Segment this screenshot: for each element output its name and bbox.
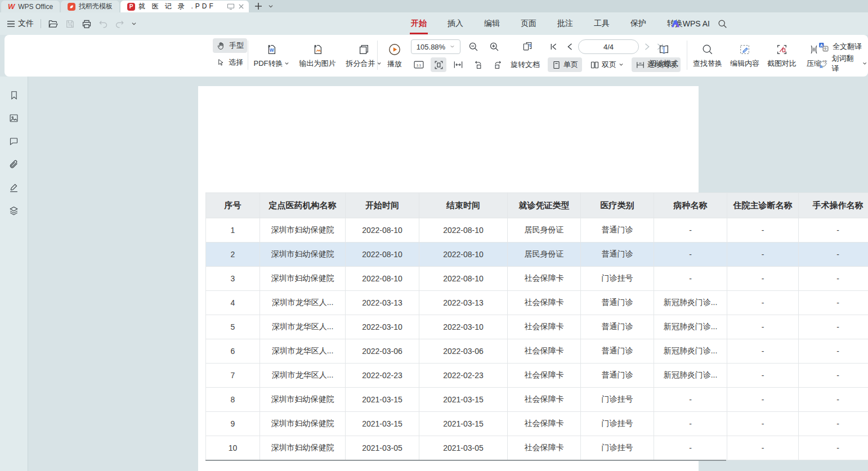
- zoom-level-select[interactable]: 105.88%: [411, 39, 460, 54]
- table-cell: 门诊挂号: [581, 412, 654, 436]
- menu-page[interactable]: 页面: [520, 17, 538, 30]
- attachments-panel-button[interactable]: [8, 158, 20, 171]
- save-button[interactable]: [65, 19, 75, 29]
- new-tab-button[interactable]: [254, 2, 262, 10]
- rotate-document-button[interactable]: 旋转文档: [509, 57, 544, 72]
- thumbnails-panel-button[interactable]: [8, 112, 20, 124]
- file-menu-button[interactable]: 文件: [7, 19, 34, 29]
- column-header: 医疗类别: [581, 193, 654, 218]
- column-header: 手术操作名称: [799, 193, 868, 218]
- toolbar-panel: 手型 选择 W PDF转换: [5, 35, 868, 77]
- table-cell: 深圳市妇幼保健院: [260, 436, 346, 460]
- svg-text:文: 文: [824, 46, 827, 50]
- full-text-translate-button[interactable]: A 文 全文翻译: [817, 39, 868, 54]
- export-image-icon: [311, 43, 324, 56]
- signature-panel-button[interactable]: [8, 181, 20, 194]
- bookmarks-panel-button[interactable]: [8, 89, 20, 101]
- open-file-button[interactable]: [48, 19, 59, 29]
- table-cell: -: [654, 267, 727, 291]
- table-cell: -: [727, 364, 799, 388]
- first-page-button[interactable]: [549, 43, 558, 51]
- table-cell: -: [799, 243, 868, 267]
- file-menu-label: 文件: [18, 19, 34, 29]
- redo-button[interactable]: [115, 20, 124, 28]
- single-page-label: 单页: [563, 60, 578, 70]
- menu-insert[interactable]: 插入: [446, 17, 464, 30]
- export-as-image-button[interactable]: 输出为图片: [296, 38, 339, 73]
- find-replace-button[interactable]: 查找替换: [690, 38, 725, 73]
- double-page-button[interactable]: 双页: [586, 57, 628, 72]
- zoom-out-button[interactable]: [466, 39, 481, 54]
- page-indicator-input[interactable]: 4/4: [578, 39, 639, 54]
- tab-label: 找稻壳模板: [79, 2, 113, 11]
- split-merge-icon: [357, 43, 370, 56]
- single-page-icon: [552, 60, 561, 70]
- table-cell: 2021-03-15: [346, 388, 419, 412]
- tab-docer-templates[interactable]: 找稻壳模板: [61, 1, 119, 12]
- docer-icon: [68, 3, 75, 11]
- menu-tools[interactable]: 工具: [593, 17, 611, 30]
- table-cell: 7: [206, 364, 260, 388]
- pdf-convert-button[interactable]: W PDF转换: [251, 38, 292, 73]
- rotate-right-button[interactable]: [490, 57, 505, 72]
- comments-panel-button[interactable]: [8, 135, 20, 147]
- edit-content-button[interactable]: 编辑内容: [727, 38, 762, 73]
- menu-protect[interactable]: 保护: [629, 17, 647, 30]
- previous-page-button[interactable]: [566, 43, 573, 51]
- menu-home[interactable]: 开始: [410, 17, 428, 30]
- paperclip-icon: [8, 159, 19, 170]
- workspace: 序号定点医药机构名称开始时间结束时间就诊凭证类型医疗类别病种名称住院主诊断名称手…: [0, 77, 868, 471]
- fit-page-button[interactable]: [431, 57, 446, 72]
- svg-text:文: 文: [824, 59, 827, 63]
- table-row: 9深圳市妇幼保健院2021-03-152021-03-15社会保障卡门诊挂号--…: [206, 412, 868, 436]
- chevron-down-icon: [284, 62, 289, 65]
- single-page-button[interactable]: 单页: [548, 57, 582, 72]
- present-monitor-icon[interactable]: [227, 3, 235, 10]
- play-icon: [388, 43, 401, 56]
- table-cell: -: [799, 291, 868, 315]
- close-tab-icon[interactable]: [238, 3, 244, 10]
- table-cell: 2022-03-10: [346, 315, 419, 339]
- zoom-in-button[interactable]: [486, 39, 502, 54]
- split-merge-label: 拆分合并: [346, 59, 375, 69]
- quick-access-chevron-icon[interactable]: [131, 22, 137, 26]
- select-tool-button[interactable]: 选择: [213, 55, 247, 70]
- menu-comment[interactable]: 批注: [556, 17, 574, 30]
- tab-document[interactable]: P 就 医 记 录 .PDF: [120, 1, 249, 12]
- left-sidebar: [0, 77, 28, 471]
- rotate-document-label: 旋转文档: [511, 60, 540, 70]
- table-cell: 2022-08-10: [419, 218, 508, 243]
- print-button[interactable]: [82, 19, 92, 29]
- pdf-page: 序号定点医药机构名称开始时间结束时间就诊凭证类型医疗类别病种名称住院主诊断名称手…: [198, 86, 699, 471]
- column-header: 病种名称: [654, 193, 727, 218]
- rotate-left-button[interactable]: [470, 57, 486, 72]
- read-mode-button[interactable]: 阅读模式: [646, 38, 681, 73]
- screenshot-compare-button[interactable]: 截图对比: [764, 38, 799, 73]
- select-tool-label: 选择: [229, 57, 243, 68]
- table-cell: 5: [206, 315, 260, 339]
- layers-panel-button[interactable]: [8, 204, 20, 217]
- document-viewport[interactable]: 序号定点医药机构名称开始时间结束时间就诊凭证类型医疗类别病种名称住院主诊断名称手…: [29, 77, 868, 471]
- divider: [248, 41, 248, 70]
- table-cell: -: [727, 436, 799, 460]
- play-button[interactable]: 播放: [381, 38, 409, 73]
- refresh-pages-icon[interactable]: [520, 39, 535, 54]
- undo-button[interactable]: [99, 20, 108, 28]
- split-merge-button[interactable]: 拆分合并: [343, 38, 384, 73]
- tab-list-chevron-icon[interactable]: [268, 5, 274, 8]
- table-cell: -: [654, 412, 727, 436]
- hand-tool-label: 手型: [229, 41, 244, 51]
- table-cell: 门诊挂号: [581, 436, 654, 460]
- fit-width-button[interactable]: [450, 57, 466, 72]
- actual-size-button[interactable]: 1:1: [411, 57, 427, 72]
- word-translate-button[interactable]: A 文 划词翻译: [817, 56, 868, 71]
- svg-text:W: W: [270, 48, 274, 53]
- tab-wps-office[interactable]: W WPS Office: [1, 1, 60, 12]
- table-cell: 2021-03-05: [346, 436, 419, 460]
- play-label: 播放: [387, 59, 402, 69]
- hand-tool-button[interactable]: 手型: [213, 38, 247, 53]
- menubar-search-icon[interactable]: [718, 19, 727, 29]
- wps-ai-button[interactable]: WPS AI: [671, 19, 710, 28]
- menu-edit[interactable]: 编辑: [483, 17, 501, 30]
- column-header: 定点医药机构名称: [260, 193, 346, 218]
